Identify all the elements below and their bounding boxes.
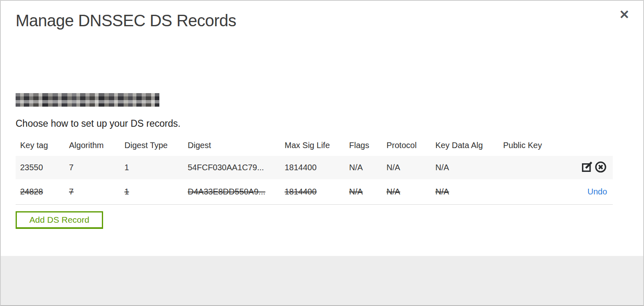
undo-link[interactable]: Undo xyxy=(587,187,607,196)
column-header-flags: Flags xyxy=(345,137,382,156)
cell-max-sig-life: 1814400 xyxy=(280,156,345,179)
cell-key-data-alg: N/A xyxy=(431,179,499,204)
column-header-protocol: Protocol xyxy=(382,137,431,156)
column-header-public-key: Public Key xyxy=(499,137,546,156)
ds-records-table: Key tag Algorithm Digest Type Digest Max… xyxy=(16,137,613,205)
column-header-actions xyxy=(546,137,613,156)
column-header-max-sig-life: Max Sig Life xyxy=(280,137,345,156)
cell-max-sig-life: 1814400 xyxy=(280,179,345,204)
row-actions xyxy=(546,156,613,179)
cell-key-data-alg: N/A xyxy=(431,156,499,179)
row-actions: Undo xyxy=(546,179,613,204)
page-title: Manage DNSSEC DS Records xyxy=(16,11,236,30)
column-header-algorithm: Algorithm xyxy=(64,137,120,156)
dialog-footer: Save Cancel xyxy=(1,256,643,305)
add-ds-record-button[interactable]: Add DS Record xyxy=(16,211,103,229)
column-header-key-tag: Key tag xyxy=(16,137,64,156)
table-row-deleted: 24828 7 1 D4A33E8DD550A9... 1814400 N/A … xyxy=(16,179,613,204)
cell-algorithm: 7 xyxy=(64,179,120,204)
cell-key-tag: 24828 xyxy=(16,179,64,204)
cell-digest-type: 1 xyxy=(120,156,183,179)
cell-key-tag: 23550 xyxy=(16,156,64,179)
table-row: 23550 7 1 54FCF030AA1C79... 1814400 N/A … xyxy=(16,156,613,179)
table-header-row: Key tag Algorithm Digest Type Digest Max… xyxy=(16,137,613,156)
column-header-key-data-alg: Key Data Alg xyxy=(431,137,499,156)
instruction-text: Choose how to set up your DS records. xyxy=(16,118,180,129)
cell-flags: N/A xyxy=(345,156,382,179)
cell-digest: D4A33E8DD550A9... xyxy=(183,179,280,204)
cell-public-key xyxy=(499,156,546,179)
column-header-digest: Digest xyxy=(183,137,280,156)
edit-icon[interactable] xyxy=(581,160,593,173)
dnssec-dialog: Manage DNSSEC DS Records ✕ Choose how to… xyxy=(0,0,644,306)
cell-flags: N/A xyxy=(345,179,382,204)
cell-algorithm: 7 xyxy=(64,156,120,179)
remove-icon[interactable] xyxy=(594,160,607,173)
cell-digest: 54FCF030AA1C79... xyxy=(183,156,280,179)
column-header-digest-type: Digest Type xyxy=(120,137,183,156)
cell-protocol: N/A xyxy=(382,156,431,179)
cell-protocol: N/A xyxy=(382,179,431,204)
redacted-domain-name xyxy=(16,93,159,107)
cell-public-key xyxy=(499,179,546,204)
cell-digest-type: 1 xyxy=(120,179,183,204)
close-icon[interactable]: ✕ xyxy=(617,7,632,22)
